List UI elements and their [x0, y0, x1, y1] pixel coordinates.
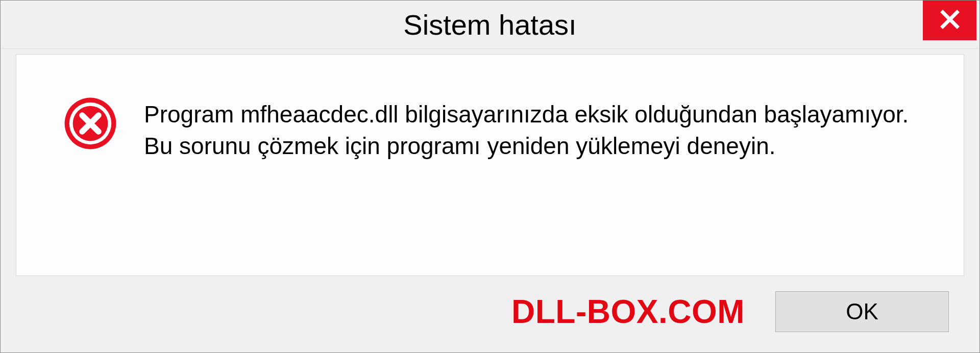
dialog-title: Sistem hatası [403, 8, 576, 41]
error-dialog: Sistem hatası Program mfheaacdec.dll bil… [0, 0, 980, 353]
titlebar: Sistem hatası [1, 1, 979, 49]
close-icon [939, 9, 961, 32]
error-message: Program mfheaacdec.dll bilgisayarınızda … [144, 95, 933, 162]
close-button[interactable] [923, 1, 976, 40]
watermark-text: DLL-BOX.COM [511, 293, 745, 331]
content-panel: Program mfheaacdec.dll bilgisayarınızda … [16, 54, 964, 276]
ok-button[interactable]: OK [775, 291, 949, 332]
error-icon [62, 95, 118, 152]
dialog-footer: DLL-BOX.COM OK [1, 286, 979, 352]
ok-button-label: OK [846, 299, 878, 324]
